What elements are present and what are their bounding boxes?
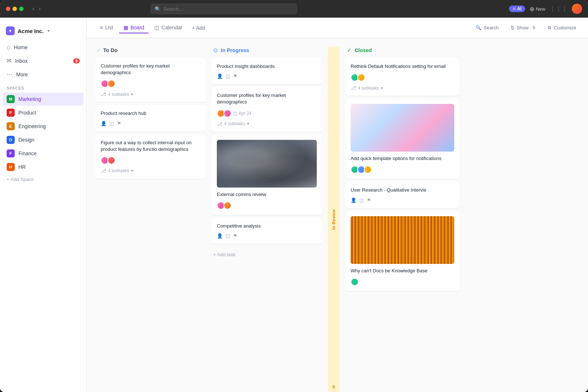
card-product-research-hub[interactable]: Product research hub 👤 ◫ ⚑: [96, 105, 206, 131]
sidebar-item-marketing[interactable]: M Marketing: [3, 92, 83, 106]
todo-status-icon: ○: [97, 47, 100, 53]
card-customer-profiles-inprogress[interactable]: Customer profiles for key market demogra…: [212, 87, 322, 131]
avatar: [223, 202, 232, 210]
inbox-label: Inbox: [15, 58, 28, 64]
card-quick-template[interactable]: Add quick template options for notificat…: [345, 99, 459, 179]
assignee-icon[interactable]: 👤: [217, 73, 223, 79]
card-title: Product insight dashboards: [217, 63, 317, 70]
date-icon[interactable]: ◫: [226, 233, 230, 239]
card-subtasks[interactable]: ⎇ 4 subtasks ▾: [101, 91, 201, 97]
sidebar-item-inbox[interactable]: ✉ Inbox 9: [3, 54, 83, 67]
minimize-button[interactable]: [12, 7, 17, 11]
card-title: Add quick template options for notificat…: [351, 155, 454, 162]
date-icon[interactable]: ◫: [226, 73, 230, 79]
forward-arrow[interactable]: ›: [37, 5, 42, 13]
card-product-insight[interactable]: Product insight dashboards 👤 ◫ ⚑: [212, 58, 322, 84]
brand-chevron-icon: ▾: [47, 28, 50, 33]
assignee-icon[interactable]: 👤: [217, 233, 223, 239]
ai-label: AI: [517, 6, 521, 11]
card-image: [351, 216, 454, 264]
flag-icon[interactable]: ⚑: [233, 233, 237, 239]
search-button[interactable]: 🔍 Search: [473, 23, 502, 32]
in-review-count: 0: [333, 385, 335, 389]
in-review-sidebar[interactable]: In Review 0: [328, 47, 340, 392]
add-space-button[interactable]: + Add Space: [0, 174, 86, 185]
flag-icon[interactable]: ⚑: [117, 121, 121, 126]
card-competitive-analysis[interactable]: Competitive analysis 👤 ◫ ⚑: [212, 218, 322, 244]
card-meta: [101, 80, 201, 88]
finance-dot: F: [7, 149, 15, 157]
sidebar-item-product[interactable]: P Product: [3, 106, 83, 119]
card-avatars: [101, 156, 114, 164]
card-meta: 👤 ◫ ⚑: [101, 121, 201, 126]
ai-badge[interactable]: AI: [509, 6, 525, 12]
chevron-down-icon: ▾: [247, 121, 249, 126]
card-docs-knowledge[interactable]: Why can't Docs be Knowledge Base: [345, 211, 459, 291]
show-button[interactable]: ⇅ Show · 5: [508, 23, 538, 32]
card-avatars: [351, 166, 370, 174]
customize-button[interactable]: ⚙ Customize: [544, 23, 579, 32]
brand[interactable]: ✦ Acme Inc. ▾: [0, 23, 86, 41]
back-arrow[interactable]: ‹: [31, 5, 36, 13]
card-subtasks[interactable]: ⎇ 4 subtasks ▾: [351, 85, 454, 91]
column-closed: ✓ Closed Rethink Default Notifications s…: [345, 47, 459, 392]
close-button[interactable]: [6, 7, 10, 11]
card-external-comms[interactable]: External comms review: [212, 135, 322, 215]
card-title: Product research hub: [101, 110, 201, 117]
add-task-button[interactable]: + Add task: [212, 248, 322, 261]
filter-icon: ⇅: [510, 25, 514, 30]
global-search-input[interactable]: [164, 6, 293, 12]
sidebar-item-engineering[interactable]: E Engineering: [3, 120, 83, 133]
hr-label: HR: [18, 164, 26, 170]
content-toolbar: ≡ List ▦ Board ◫ Calendar + Add: [87, 18, 588, 38]
subtask-count: 4 subtasks: [224, 121, 245, 126]
card-title: Figure out a way to collect internal inp…: [101, 139, 201, 153]
date-value: Apr 24: [239, 111, 251, 116]
tab-list-label: List: [105, 25, 113, 30]
tab-list[interactable]: ≡ List: [96, 22, 118, 33]
card-meta: [217, 202, 317, 210]
add-view-button[interactable]: + Add: [188, 23, 209, 33]
todo-cards: Customer profiles for key market demogra…: [96, 58, 206, 392]
assignee-icon[interactable]: 👤: [101, 121, 107, 126]
card-avatars: [217, 109, 230, 117]
card-subtasks[interactable]: ⎇ 4 subtasks ▾: [101, 168, 201, 174]
sidebar-item-hr[interactable]: H HR: [3, 160, 83, 174]
chevron-down-icon: ▾: [131, 168, 133, 173]
maximize-button[interactable]: [19, 7, 24, 11]
flag-icon[interactable]: ⚑: [233, 73, 237, 79]
subtask-count: 4 subtasks: [358, 86, 379, 91]
card-subtasks[interactable]: ⎇ 4 subtasks ▾: [217, 121, 317, 127]
global-search-bar[interactable]: 🔍: [150, 3, 297, 14]
card-customer-profiles-todo[interactable]: Customer profiles for key market demogra…: [96, 58, 206, 102]
assignee-icon[interactable]: 👤: [351, 197, 356, 203]
chevron-down-icon: ▾: [381, 86, 383, 91]
grid-icon[interactable]: ⋮⋮⋮: [550, 6, 567, 12]
closed-status-icon: ✓: [347, 47, 352, 54]
date-icon[interactable]: ◫: [359, 197, 364, 203]
date-icon[interactable]: ◫: [110, 121, 114, 126]
card-meta: 👤 ◫ ⚑: [351, 197, 454, 203]
card-title: Customer profiles for key market demogra…: [217, 92, 317, 105]
card-user-research[interactable]: User Research - Qualitative Intervie 👤 ◫…: [345, 182, 459, 208]
sidebar-item-finance[interactable]: F Finance: [3, 147, 83, 160]
flag-icon[interactable]: ⚑: [367, 197, 371, 203]
tab-board[interactable]: ▦ Board: [119, 22, 148, 33]
tab-calendar-label: Calendar: [161, 25, 182, 30]
card-avatars: [217, 202, 230, 210]
finance-label: Finance: [18, 150, 37, 156]
new-button[interactable]: ⊕ New: [530, 6, 545, 12]
sidebar-item-design[interactable]: D Design: [3, 133, 83, 146]
card-rethink-notifications[interactable]: Rethink Default Notifications setting fo…: [345, 58, 459, 96]
board-icon: ▦: [123, 25, 128, 30]
card-date: ◫ Apr 24: [233, 111, 251, 116]
avatar: [223, 109, 232, 117]
card-collect-input[interactable]: Figure out a way to collect internal inp…: [96, 134, 206, 179]
subtask-icon: ⎇: [351, 85, 356, 91]
gear-icon: ⚙: [547, 25, 552, 30]
sidebar-item-more[interactable]: ⋯ More: [3, 68, 83, 81]
sidebar-item-home[interactable]: ⌂ Home: [3, 41, 83, 54]
toolbar-right: 🔍 Search ⇅ Show · 5 ⚙ Customize: [473, 23, 579, 32]
tab-calendar[interactable]: ◫ Calendar: [150, 22, 187, 33]
user-avatar[interactable]: [572, 4, 582, 14]
